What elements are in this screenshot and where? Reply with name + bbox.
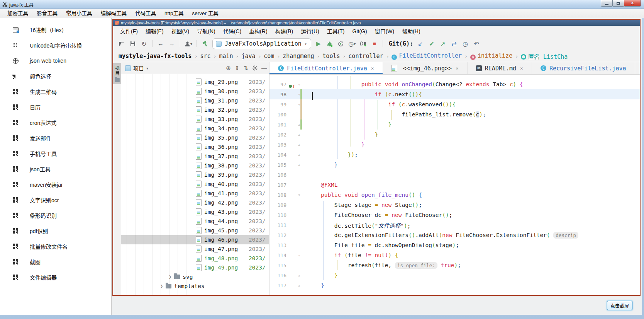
- ide-menu-item[interactable]: 代码(C): [219, 26, 245, 37]
- hide-panel-icon[interactable]: —: [261, 65, 267, 71]
- fold-marker-icon[interactable]: ▿: [298, 82, 300, 87]
- code-line[interactable]: 106: [269, 170, 640, 180]
- app-menu-item[interactable]: 影音工具: [32, 9, 62, 18]
- tree-file-row[interactable]: img_39.png2023/: [121, 170, 269, 179]
- ide-menu-item[interactable]: Git(G): [349, 26, 371, 37]
- code-line[interactable]: 117▵ }: [269, 280, 640, 290]
- run-icon[interactable]: ▶: [315, 39, 322, 48]
- tree-file-row[interactable]: img_41.png2023/: [121, 189, 269, 198]
- ide-menu-item[interactable]: 工具(T): [323, 26, 349, 37]
- sidebar-item[interactable]: 颜色选择: [0, 68, 111, 84]
- git-commit-icon[interactable]: ✔: [428, 39, 436, 48]
- app-menu-item[interactable]: 编解码工具: [97, 9, 131, 18]
- minimize-button[interactable]: [601, 0, 613, 7]
- editor-tab[interactable]: CRecursiveFileList.java: [532, 62, 635, 74]
- code-line[interactable]: 116▵ }: [269, 270, 640, 280]
- code-line[interactable]: 113 File file = dc.showOpenDialog(stage)…: [269, 240, 640, 250]
- ide-menu-item[interactable]: 重构(R): [245, 26, 271, 37]
- code-area[interactable]: 97↑▿ public void onChanged(Change<? exte…: [269, 75, 640, 295]
- breadcrumb-item[interactable]: tools: [322, 53, 340, 60]
- close-tab-icon[interactable]: ×: [371, 65, 374, 71]
- user-icon[interactable]: ▾: [185, 39, 192, 48]
- editor-tab[interactable]: <<img_46.png>>×: [383, 62, 468, 74]
- sidebar-item[interactable]: 发送邮件: [0, 130, 111, 146]
- sidebar-item[interactable]: cron表达式: [0, 115, 111, 130]
- breadcrumb-item[interactable]: zhangmeng: [283, 53, 314, 60]
- close-tab-icon[interactable]: ×: [520, 65, 523, 71]
- sidebar-item[interactable]: 批量修改文件名: [0, 239, 111, 254]
- fold-marker-icon[interactable]: ▿: [298, 253, 300, 258]
- tree-file-row[interactable]: img_35.png2023/: [121, 133, 269, 142]
- sidebar-item[interactable]: 16进制（Hex）: [0, 22, 111, 38]
- back-icon[interactable]: ←: [157, 39, 164, 48]
- sidebar-item[interactable]: 条形码识别: [0, 208, 111, 223]
- sidebar-item[interactable]: json-web-token: [0, 53, 111, 68]
- code-line[interactable]: 103▵ }: [269, 140, 640, 150]
- project-view-select[interactable]: 项目 ▾: [125, 64, 148, 72]
- sidebar-item[interactable]: pdf识别: [0, 223, 111, 239]
- app-menu-item[interactable]: server 工具: [188, 9, 223, 18]
- sidebar-item[interactable]: Unicode和字符串转换: [0, 38, 111, 53]
- fold-marker-icon[interactable]: ▿: [298, 102, 300, 107]
- fold-marker-icon[interactable]: ▿: [298, 92, 300, 97]
- collapse-all-icon[interactable]: ⇅: [243, 65, 248, 72]
- code-line[interactable]: 112 dc.getExtensionFilters().addAll(new …: [269, 230, 640, 240]
- override-marker-icon[interactable]: ↑: [289, 84, 295, 89]
- code-line[interactable]: 102▵ }: [269, 130, 640, 140]
- breadcrumb-item[interactable]: mystyle-java-fx-tools: [119, 53, 192, 60]
- stop-icon[interactable]: ■: [371, 39, 378, 48]
- breadcrumb-item[interactable]: src: [200, 53, 210, 60]
- ide-menu-item[interactable]: 视图(V): [168, 26, 193, 37]
- ide-menu-item[interactable]: 导航(N): [193, 26, 219, 37]
- tree-file-row[interactable]: img_29.png2023/: [121, 77, 269, 87]
- code-line[interactable]: 98▿ if (c.next()){: [269, 89, 640, 99]
- build-hammer-icon[interactable]: [201, 39, 209, 48]
- debug-icon[interactable]: [326, 39, 334, 48]
- code-line[interactable]: 108▿ public void open_file_menu() {: [269, 190, 640, 200]
- close-button[interactable]: ×: [624, 0, 641, 7]
- app-menu-item[interactable]: 加密工具: [3, 9, 32, 18]
- tree-file-row[interactable]: img_47.png2023/: [121, 244, 269, 254]
- tree-file-row[interactable]: img_33.png2023/: [121, 114, 269, 124]
- breadcrumb-item[interactable]: java: [241, 53, 255, 60]
- locate-file-icon[interactable]: ⊕: [226, 65, 231, 72]
- git-push-icon[interactable]: ↗: [439, 39, 447, 48]
- sidebar-item[interactable]: 文字识别ocr: [0, 192, 111, 208]
- screenshot-button[interactable]: 点击截屏: [607, 301, 632, 310]
- fold-marker-icon[interactable]: ▵: [298, 153, 300, 157]
- code-line[interactable]: 111 dc.setTitle("文件选择");: [269, 220, 640, 230]
- fold-marker-icon[interactable]: ▵: [298, 283, 300, 288]
- code-line[interactable]: 105▵ }: [269, 160, 640, 170]
- tree-file-row[interactable]: img_49.png2023/: [121, 263, 269, 272]
- tree-file-row[interactable]: img_31.png2023/: [121, 96, 269, 105]
- close-tab-icon[interactable]: ×: [456, 65, 459, 71]
- code-line[interactable]: 101▵ }: [269, 119, 640, 130]
- sidebar-item[interactable]: 文件编辑器: [0, 270, 111, 285]
- save-icon[interactable]: [129, 39, 137, 48]
- expand-all-icon[interactable]: ⇕: [235, 65, 240, 72]
- tree-file-row[interactable]: img_48.png2023/: [121, 254, 269, 263]
- code-line[interactable]: 99▿ if (c.wasRemoved()){: [269, 99, 640, 109]
- breadcrumb-item[interactable]: main: [219, 53, 233, 60]
- ide-menu-item[interactable]: 帮助(H): [398, 26, 424, 37]
- code-line[interactable]: 107 @FXML: [269, 180, 640, 190]
- sidebar-item[interactable]: 日历: [0, 99, 111, 115]
- tree-file-row[interactable]: img_46.png2023/: [121, 235, 269, 244]
- sidebar-item[interactable]: 手机号工具: [0, 146, 111, 161]
- code-line[interactable]: 104▵ });: [269, 150, 640, 160]
- project-toolwindow-button[interactable]: 项目: [113, 63, 121, 84]
- fold-marker-icon[interactable]: ▿: [298, 193, 300, 197]
- sidebar-item[interactable]: json工具: [0, 161, 111, 177]
- attach-process-icon[interactable]: [359, 39, 367, 48]
- breadcrumb-item[interactable]: com: [264, 53, 274, 60]
- tree-file-row[interactable]: img_30.png2023/: [121, 87, 269, 96]
- app-menu-item[interactable]: 代码工具: [131, 9, 160, 18]
- ide-menu-item[interactable]: 窗口(W): [371, 26, 398, 37]
- tree-file-row[interactable]: img_34.png2023/: [121, 124, 269, 133]
- git-update-icon[interactable]: ↙: [417, 39, 424, 48]
- ide-menu-item[interactable]: 编辑(E): [142, 26, 168, 37]
- tree-file-row[interactable]: img_40.png2023/: [121, 179, 269, 189]
- breadcrumb-item[interactable]: 匿名 ListCha: [521, 52, 568, 60]
- fold-marker-icon[interactable]: ▵: [298, 273, 300, 278]
- settings-gear-icon[interactable]: [252, 65, 258, 71]
